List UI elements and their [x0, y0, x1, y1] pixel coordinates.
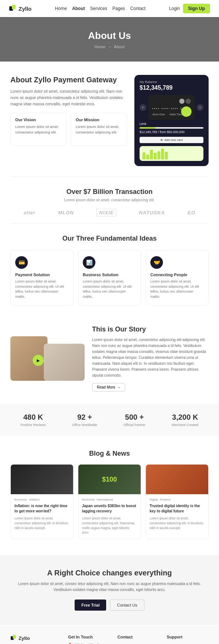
navbar: Zyllo Home About Services Pages Contact … — [0, 0, 219, 17]
card-dot-2 — [186, 99, 191, 104]
story-image-secondary — [44, 344, 85, 381]
breadcrumb-home[interactable]: Home — [94, 44, 105, 49]
idea-card-3: 🤝 Connecting People Lorem ipsum dolor si… — [146, 250, 209, 306]
blog-tags-3: Digital Finance — [150, 498, 205, 501]
number-item-1: 480 K Positive Reviews — [20, 413, 46, 427]
blog-title-2: Japan unveils $383bn to boost lagging re… — [82, 503, 137, 514]
footer-col-touch: Get In Touch 📍 123 Street Road, Houlder … — [68, 635, 110, 644]
nav-home[interactable]: Home — [55, 6, 67, 11]
story-description: Lorem ipsum dolor sit amet, consectetur … — [92, 337, 209, 379]
chart-bar-6 — [161, 149, 164, 159]
footer-col-contact: Contact Email Us Company Career How We W… — [117, 635, 159, 644]
chart-bar-5 — [157, 151, 160, 159]
idea-icon-3: 🤝 — [150, 256, 163, 269]
mission-box: Our Mission Lorem ipsum dolor sit amet, … — [71, 113, 127, 146]
idea-title-1: Payment Solution — [15, 273, 69, 277]
nav-pages[interactable]: Pages — [112, 6, 125, 11]
number-label-4: Merchant Created — [172, 423, 199, 427]
card-next-button[interactable]: › — [197, 104, 203, 111]
about-section: About Zyllo Payment Gateway Lorem ipsum … — [0, 62, 219, 176]
limit-section: Limit $12,345,789 / from $50,000,000 — [140, 122, 203, 134]
card-dot-1 — [179, 99, 184, 104]
add-card-button[interactable]: ⊕ Add new card — [140, 137, 203, 143]
blog-image-3 — [146, 465, 208, 494]
free-trial-button[interactable]: Free Trial — [75, 600, 106, 611]
hero-section: About Us Home → About — [0, 17, 219, 62]
blog-tag-1a: Economy — [14, 498, 27, 501]
card-widget-container: My Balance $12,345,789 ‹ •••• •••• •••• … — [134, 75, 209, 166]
limit-used: $12,345,789 — [140, 130, 157, 134]
footer-logo-icon — [10, 635, 17, 641]
blog-body-2: Economy International Japan unveils $383… — [78, 494, 141, 539]
blog-desc-1: Lorem ipsum dolor sit amet, consectetur … — [14, 516, 69, 530]
cta-buttons: Free Trial Contact Us — [10, 600, 209, 611]
blog-tags-1: Economy Inflation — [14, 498, 69, 501]
hero-title: About Us — [88, 30, 131, 42]
mission-text: Lorem ipsum dolor sit amet, consectetur … — [76, 124, 122, 135]
play-button[interactable]: ▶ — [33, 355, 44, 366]
about-description: Lorem ipsum dolor sit amet, consectetur … — [10, 88, 127, 107]
arrow-icon: → — [117, 385, 120, 389]
nav-services[interactable]: Services — [90, 6, 107, 11]
card-prev-button[interactable]: ‹ — [140, 104, 146, 111]
blog-tag-2a: Economy — [82, 498, 94, 501]
footer-col-brand: Zyllo Lorem ipsum dolor sit amet, consec… — [10, 635, 61, 644]
numbers-section: 480 K Positive Reviews 92 + Office World… — [0, 404, 219, 436]
blog-grid: Economy Inflation Inflation: is now the … — [10, 464, 209, 539]
footer: Zyllo Lorem ipsum dolor sit amet, consec… — [0, 624, 219, 644]
logos-row: aller MLON NIXIE NATUSKA EO — [10, 209, 209, 217]
mission-title: Our Mission — [76, 118, 122, 122]
chart-bar-3 — [150, 150, 153, 159]
stats-description: Lorem ipsum dolor sit amet, consectetur … — [10, 198, 209, 202]
balance-amount: $12,345,789 — [140, 85, 203, 91]
chart-bar-4 — [154, 153, 157, 159]
blog-card-1: Economy Inflation Inflation: is now the … — [10, 464, 73, 539]
blog-section: Blog & News Economy Inflation Inflation:… — [0, 439, 219, 549]
contact-us-button[interactable]: Contact Us — [110, 600, 144, 611]
blog-body-1: Economy Inflation Inflation: is now the … — [11, 494, 73, 534]
logo[interactable]: Zyllo — [9, 4, 32, 13]
logo-eo: EO — [188, 210, 196, 215]
svg-rect-1 — [12, 5, 16, 9]
blog-tags-2: Economy International — [82, 498, 137, 501]
number-item-3: 500 + Official Partner — [123, 413, 145, 427]
read-more-button[interactable]: Read More → — [92, 383, 125, 392]
number-value-2: 92 + — [72, 413, 97, 422]
limit-bar — [140, 127, 203, 129]
idea-title-3: Connecting People — [150, 273, 204, 277]
number-label-1: Positive Reviews — [20, 423, 46, 427]
story-content: This is Our Story Lorem ipsum dolor sit … — [92, 326, 209, 392]
ideas-grid: 💳 Payment Solution Lorem ipsum dolor sit… — [10, 250, 209, 306]
logo-aller: aller — [24, 210, 36, 215]
ideas-heading: Our Three Fundamental Ideas — [10, 235, 209, 242]
limit-total: from $50,000,000 — [160, 130, 184, 134]
idea-card-1: 💳 Payment Solution Lorem ipsum dolor sit… — [10, 250, 73, 306]
blog-title-3: Trusted digital identity is the key to d… — [150, 503, 205, 514]
story-heading: This is Our Story — [92, 326, 209, 333]
card-holder: Jhon Doe — [152, 113, 165, 116]
about-left: About Zyllo Payment Gateway Lorem ipsum … — [10, 75, 127, 146]
mini-chart — [140, 146, 203, 161]
card-nav: ‹ •••• •••• •••• 1234 Jhon Doe Valid Thr… — [140, 95, 203, 120]
logo-icon — [9, 4, 17, 13]
blog-body-3: Digital Finance Trusted digital identity… — [146, 494, 208, 534]
chart-bar-2 — [146, 155, 149, 159]
card-visual: •••• •••• •••• 1234 Jhon Doe Valid Thru … — [148, 95, 195, 120]
cta-heading: A Right Choice changes everything — [10, 569, 209, 577]
stats-heading: Over $7 Billion Transaction — [10, 188, 209, 196]
idea-desc-1: Lorem ipsum dolor sit amet, consectetur … — [15, 279, 69, 299]
login-button[interactable]: Login — [169, 6, 180, 11]
blog-title-1: Inflation: is now the right time to get … — [14, 503, 69, 514]
nav-about[interactable]: About — [72, 6, 85, 11]
limit-label: Limit — [140, 122, 146, 126]
about-heading: About Zyllo Payment Gateway — [10, 75, 127, 85]
idea-title-2: Business Solution — [83, 273, 136, 277]
breadcrumb: Home → About — [94, 44, 124, 49]
number-item-2: 92 + Office Worldwide — [72, 413, 97, 427]
nav-contact[interactable]: Contact — [130, 6, 146, 11]
footer-contact-heading: Contact — [117, 635, 159, 639]
vision-box: Our Vision Lorem ipsum dolor sit amet, c… — [10, 113, 66, 146]
signup-button[interactable]: Sign Up — [183, 4, 210, 13]
story-images: ▶ — [10, 329, 85, 388]
chart-bar-7 — [165, 152, 168, 159]
